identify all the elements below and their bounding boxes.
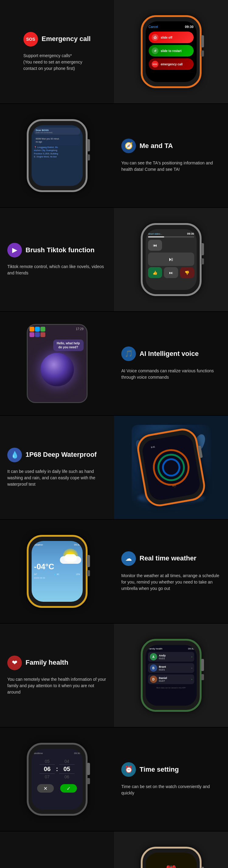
watch-crown-8 (201, 867, 204, 868)
section-ai: 17:29 Hello, what help do you need? 🎵 AI… (0, 312, 228, 416)
min-above: 04 (64, 758, 69, 764)
meta-desc: You can see the TA's positioning informa… (121, 160, 221, 173)
weather-humidity: 💧90 (54, 573, 59, 576)
waterproof-screen: 9:41 BOC→ (140, 433, 201, 502)
ai-text-half: 🎵 AI Intelligent voice AI Voice commands… (114, 312, 228, 415)
family-icon: ❤ (7, 656, 22, 670)
tiktok-title: Brush Tiktok function (26, 246, 94, 254)
family-header-label: Family health (148, 647, 163, 650)
shortvid-label: Short video... (148, 232, 162, 235)
ai-phone-mockup: 17:29 Hello, what help do you need? (27, 324, 88, 403)
tiktok-text-half: ▶ Brush Tiktok function Tiktok remote co… (0, 208, 114, 311)
weather-desc: Monitor the weather at all times, arrang… (121, 572, 221, 592)
waterproof-text-half: 💧 1P68 Deep Waterproof It can be used sa… (0, 416, 114, 519)
section-family: ❤ Family health You can remotely view th… (0, 624, 228, 727)
family-avatar-daniel: D (150, 676, 157, 683)
weather-temp: -04°C (34, 562, 54, 571)
family-info-andy: 01/21 (159, 657, 166, 660)
bedside-watch: ⏰ 06:00 remind later stop (141, 847, 202, 868)
tiktok-icon: ▶ (7, 243, 22, 257)
dislike-btn[interactable]: 👎 (180, 267, 194, 278)
family-info-brant: 01/21 (159, 668, 166, 671)
meta-watch: Dear BOSS [calls not connected] 600M Wun… (27, 119, 88, 192)
watch-side-btn-2 (87, 154, 90, 160)
bedside-clock-icon: ⏰ (165, 865, 177, 868)
bedtime-confirm-btn[interactable]: ✓ (60, 784, 77, 793)
min-below: 06 (64, 774, 69, 780)
bedside-screen: ⏰ 06:00 remind later stop (146, 853, 197, 868)
family-title: Family health (26, 659, 68, 666)
sos-icon-label: SOS (26, 37, 35, 42)
family-desc: You can remotely view the health informa… (7, 676, 107, 695)
sos-time: 09:30 (185, 25, 193, 29)
prev-btn[interactable]: ⏮ (148, 240, 162, 251)
siri-orb (40, 353, 74, 386)
slide-restart-btn[interactable]: ↺ slide to restart (149, 45, 194, 57)
sos-desc: Support emergency calls*(You need to set… (23, 53, 82, 72)
tiktok-watch: Short video... 09:30 ⏮ ⏯ 👍 ⏭ 👎 (141, 223, 202, 296)
family-name-daniel: Daniel (159, 677, 167, 680)
slide-restart-label: slide to restart (161, 49, 182, 53)
ai-desc: AI Voice commands can realize various fu… (121, 368, 221, 380)
family-info-daniel: 01/27 (159, 680, 167, 682)
waterproof-watch: 9:41 BOC→ (135, 426, 207, 508)
section-sos: SOS Emergency call Support emergency cal… (0, 0, 228, 104)
tiktok-desc: Tiktok remote control, which can like no… (7, 264, 107, 276)
ai-title: AI Intelligent voice (140, 350, 199, 358)
tiktok-screen: Short video... 09:30 ⏮ ⏯ 👍 ⏭ 👎 (146, 229, 197, 290)
weather-watch: Weather 09:30 -04°C 24° 💧90 15% 04/09 09… (27, 535, 88, 608)
sos-watch: Cancel 09:30 ⏻ slide off ↺ slide to rest… (141, 15, 202, 88)
waterproof-watch-half: 9:41 BOC→ (114, 416, 228, 519)
bedtime-time: 09:30 (74, 752, 80, 755)
time-colon: : (56, 766, 58, 773)
family-avatar-brant: B (150, 664, 157, 672)
bedtime-cancel-btn[interactable]: ✕ (37, 784, 54, 793)
emergency-call-label: emergency call (161, 63, 183, 66)
waterproof-scene: 9:41 BOC→ (132, 425, 211, 510)
bedtime-header: Bedtime (34, 752, 43, 755)
family-name-brant: Brant (159, 665, 166, 668)
timesetting-title: Time setting (140, 766, 179, 773)
weather-time: 09:30 (74, 544, 80, 546)
family-watch: Family health 09:30 A Andy 01/21 › B Bra… (141, 639, 202, 712)
play-pause-btn[interactable]: ⏯ (148, 253, 194, 266)
emergency-call-btn[interactable]: SOS emergency call (149, 58, 194, 70)
ai-icon: 🎵 (121, 346, 136, 361)
next-btn[interactable]: ⏭ (164, 267, 178, 278)
timesetting-icon: ⏰ (121, 762, 136, 777)
section-tiktok: ▶ Brush Tiktok function Tiktok remote co… (0, 208, 228, 312)
shortvid-time: 09:30 (187, 232, 194, 235)
family-time: 09:30 (188, 647, 194, 650)
section-weather: Weather 09:30 -04°C 24° 💧90 15% 04/09 09… (0, 520, 228, 624)
phone-time: 17:29 (76, 327, 83, 331)
slide-off-btn[interactable]: ⏻ slide off (149, 32, 194, 43)
weather-icon: ☁ (121, 551, 136, 566)
sos-icon: SOS (23, 32, 38, 46)
watch-side-btn-7 (87, 778, 90, 784)
sos-watch-half: Cancel 09:30 ⏻ slide off ↺ slide to rest… (114, 0, 228, 103)
like-btn[interactable]: 👍 (148, 267, 162, 278)
meta-icon: 🧭 (121, 138, 136, 153)
timesetting-text-half: ⏰ Time setting Time can be set on the wa… (114, 727, 228, 831)
hour-active: 06 (39, 764, 55, 774)
timesetting-watch-half: Bedtime 09:30 05 06 07 : 04 05 (0, 727, 114, 831)
family-member-brant: B Brant 01/21 › (148, 663, 194, 673)
waterproof-desc: It can be used safely in daily life such… (7, 468, 107, 488)
family-screen: Family health 09:30 A Andy 01/21 › B Bra… (146, 645, 197, 706)
meta-text-half: 🧭 Me and TA You can see the TA's positio… (114, 104, 228, 207)
sos-title: Emergency call (41, 35, 91, 43)
hour-below: 07 (45, 774, 50, 780)
weather-date: 04/09 09:30 (34, 577, 80, 579)
weather-watch-half: Weather 09:30 -04°C 24° 💧90 15% 04/09 09… (0, 520, 114, 623)
app-icons-grid (29, 327, 45, 337)
slide-off-label: slide off (161, 36, 172, 39)
weather-percent: 15% (76, 573, 80, 576)
watch-crown-3 (201, 243, 204, 255)
tiktok-watch-half: Short video... 09:30 ⏮ ⏯ 👍 ⏭ 👎 (114, 208, 228, 311)
watch-crown-5 (87, 555, 90, 567)
section-bedside: 🔋 Bedside clock function Put it on the s… (0, 832, 228, 868)
waterproof-icon: 💧 (7, 448, 22, 462)
family-member-daniel: D Daniel 01/27 › (148, 674, 194, 684)
bedside-text-half: 🔋 Bedside clock function Put it on the s… (0, 832, 114, 868)
weather-loc: Weather (34, 544, 43, 546)
